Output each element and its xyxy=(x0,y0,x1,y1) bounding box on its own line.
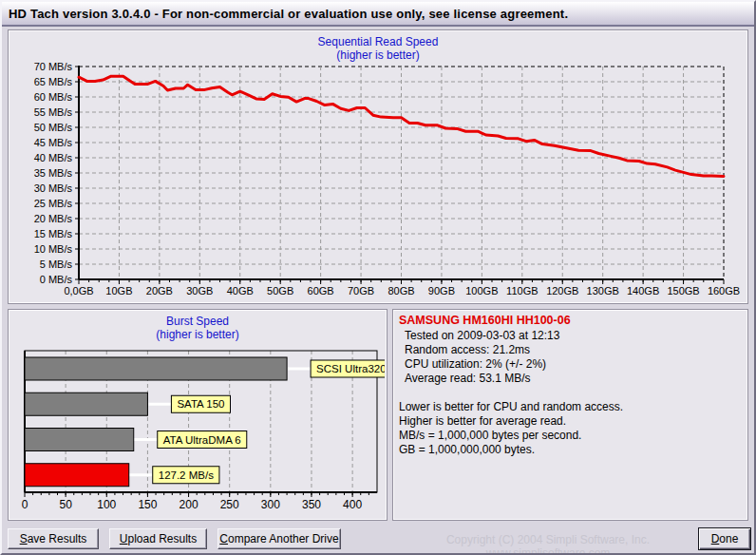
svg-text:20GB: 20GB xyxy=(146,285,173,297)
note-lower-better: Lower is better for CPU and random acces… xyxy=(399,400,744,414)
svg-text:40 MB/s: 40 MB/s xyxy=(34,152,73,163)
burst-speed-panel: Burst Speed (higher is better) 050100150… xyxy=(8,309,387,521)
svg-text:0,0GB: 0,0GB xyxy=(64,285,93,297)
window-title: HD Tach version 3.0.4.0 - For non-commer… xyxy=(9,7,568,21)
svg-text:100GB: 100GB xyxy=(465,285,498,297)
svg-text:65 MB/s: 65 MB/s xyxy=(34,76,73,87)
svg-text:15 MB/s: 15 MB/s xyxy=(34,228,73,239)
note-higher-better: Higher is better for average read. xyxy=(399,414,744,429)
svg-text:55 MB/s: 55 MB/s xyxy=(34,106,73,118)
svg-text:120GB: 120GB xyxy=(546,285,578,297)
upload-results-button[interactable]: Upload Results xyxy=(109,528,207,549)
svg-text:90GB: 90GB xyxy=(428,285,455,297)
svg-text:35 MB/s: 35 MB/s xyxy=(34,167,73,179)
info-gap xyxy=(399,386,744,400)
random-access-line: Random access: 21.2ms xyxy=(399,343,744,357)
burst-speed-chart-svg: 050100150200250300350400SCSI Ultra320SAT… xyxy=(9,310,385,518)
svg-text:45 MB/s: 45 MB/s xyxy=(34,137,73,148)
svg-text:30 MB/s: 30 MB/s xyxy=(34,182,73,194)
average-read-line: Average read: 53.1 MB/s xyxy=(399,372,744,386)
svg-text:300: 300 xyxy=(261,498,280,511)
svg-text:20 MB/s: 20 MB/s xyxy=(34,213,73,224)
svg-text:25 MB/s: 25 MB/s xyxy=(34,198,73,209)
title-bar: HD Tach version 3.0.4.0 - For non-commer… xyxy=(2,2,754,27)
svg-text:5 MB/s: 5 MB/s xyxy=(40,258,73,270)
note-gb-definition: GB = 1,000,000,000 bytes. xyxy=(399,443,744,457)
svg-text:30GB: 30GB xyxy=(186,285,213,297)
svg-text:400: 400 xyxy=(343,498,362,511)
save-results-button[interactable]: Save Results xyxy=(8,528,99,549)
svg-text:40GB: 40GB xyxy=(227,285,254,297)
svg-text:160GB: 160GB xyxy=(708,285,740,297)
sequential-read-panel: Sequential Read Speed (higher is better)… xyxy=(8,29,748,304)
svg-text:150GB: 150GB xyxy=(667,285,699,297)
svg-text:250: 250 xyxy=(220,498,239,511)
results-info-content: SAMSUNG HM160HI HH100-06 Tested on 2009-… xyxy=(399,314,744,457)
svg-text:70 MB/s: 70 MB/s xyxy=(34,61,73,72)
results-info-panel: SAMSUNG HM160HI HH100-06 Tested on 2009-… xyxy=(392,309,748,521)
svg-text:80GB: 80GB xyxy=(387,285,414,297)
svg-text:140GB: 140GB xyxy=(627,285,659,297)
svg-text:70GB: 70GB xyxy=(348,285,374,297)
cpu-utilization-line: CPU utilization: 2% (+/- 2%) xyxy=(399,357,744,372)
svg-text:130GB: 130GB xyxy=(587,285,619,297)
svg-text:10 MB/s: 10 MB/s xyxy=(34,243,73,255)
svg-text:0: 0 xyxy=(22,498,28,511)
svg-text:127.2 MB/s: 127.2 MB/s xyxy=(159,469,214,481)
drive-name: SAMSUNG HM160HI HH100-06 xyxy=(399,314,744,328)
svg-text:ATA UltraDMA 6: ATA UltraDMA 6 xyxy=(163,434,241,446)
svg-text:0 MB/s: 0 MB/s xyxy=(40,274,73,285)
done-button[interactable]: Done xyxy=(698,527,751,550)
svg-text:100: 100 xyxy=(97,498,116,511)
copyright-text: Copyright (C) 2004 Simpli Software, Inc.… xyxy=(401,533,695,555)
compare-another-drive-button[interactable]: Compare Another Drive xyxy=(217,528,341,549)
svg-text:10GB: 10GB xyxy=(105,285,132,297)
svg-text:200: 200 xyxy=(180,498,198,511)
sequential-read-chart-svg: 0,0GB10GB20GB30GB40GB50GB60GB70GB80GB90G… xyxy=(9,30,746,301)
svg-text:SCSI Ultra320: SCSI Ultra320 xyxy=(316,363,385,374)
svg-text:350: 350 xyxy=(302,498,321,511)
svg-text:60GB: 60GB xyxy=(308,285,334,297)
svg-text:50GB: 50GB xyxy=(267,285,293,297)
svg-text:110GB: 110GB xyxy=(506,285,538,297)
tested-on-line: Tested on 2009-03-03 at 12:13 xyxy=(399,329,744,343)
note-mbs-definition: MB/s = 1,000,000 bytes per second. xyxy=(399,429,744,443)
hdtach-window: HD Tach version 3.0.4.0 - For non-commer… xyxy=(0,0,756,555)
svg-text:60 MB/s: 60 MB/s xyxy=(34,91,73,103)
svg-text:SATA 150: SATA 150 xyxy=(177,398,224,410)
svg-text:150: 150 xyxy=(138,498,157,511)
svg-text:50: 50 xyxy=(59,498,72,511)
svg-text:50 MB/s: 50 MB/s xyxy=(34,122,73,133)
